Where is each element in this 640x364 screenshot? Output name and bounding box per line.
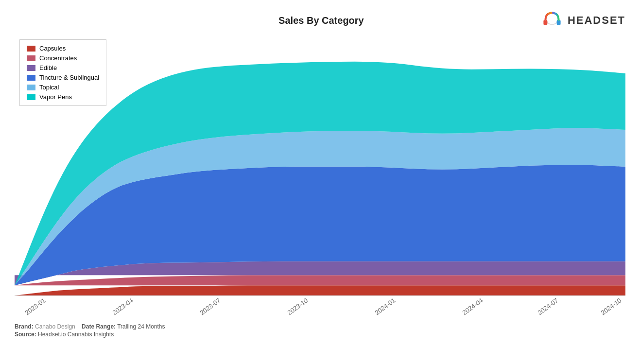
source-value: Headset.io Cannabis Insights [38, 331, 114, 338]
svg-rect-2 [556, 20, 560, 25]
header: Sales By Category [0, 0, 640, 35]
svg-text:2024-04: 2024-04 [461, 296, 484, 317]
page-container: Sales By Category [0, 0, 640, 364]
legend: CapsulesConcentratesEdibleTincture & Sub… [19, 39, 106, 106]
footer-brand: Brand: Canabo Design Date Range: Trailin… [15, 323, 625, 330]
legend-color-swatch [27, 65, 35, 71]
chart-title: Sales By Category [102, 15, 540, 26]
footer-source: Source: Headset.io Cannabis Insights [15, 331, 625, 338]
svg-text:2024-07: 2024-07 [536, 296, 559, 316]
logo-area: HEADSET [540, 9, 625, 32]
legend-color-swatch [27, 46, 35, 52]
legend-item-label: Capsules [39, 45, 66, 52]
legend-item: Vapor Pens [27, 93, 99, 101]
chart-wrapper: CapsulesConcentratesEdibleTincture & Sub… [15, 35, 625, 321]
svg-text:2023-07: 2023-07 [199, 296, 222, 316]
svg-rect-1 [543, 20, 547, 25]
brand-value: Canabo Design [35, 323, 75, 330]
legend-item: Concentrates [27, 54, 99, 62]
source-label: Source: [15, 331, 36, 338]
date-value: Trailing 24 Months [117, 323, 165, 330]
legend-color-swatch [27, 55, 35, 61]
headset-logo-icon [540, 9, 564, 32]
svg-text:2024-10: 2024-10 [600, 296, 623, 316]
legend-item-label: Edible [39, 64, 57, 71]
legend-color-swatch [27, 85, 35, 90]
legend-item: Tincture & Sublingual [27, 74, 99, 81]
legend-item: Edible [27, 64, 99, 71]
legend-item: Topical [27, 84, 99, 91]
brand-label: Brand: [15, 323, 34, 330]
footer: Brand: Canabo Design Date Range: Trailin… [0, 321, 640, 338]
logo-text: HEADSET [568, 14, 625, 27]
legend-item-label: Topical [39, 84, 59, 91]
date-label: Date Range: [82, 323, 116, 330]
svg-text:2023-01: 2023-01 [24, 296, 47, 316]
svg-text:2023-04: 2023-04 [111, 296, 135, 317]
svg-text:2023-10: 2023-10 [286, 296, 309, 316]
legend-color-swatch [27, 94, 35, 100]
legend-color-swatch [27, 75, 35, 81]
legend-item-label: Concentrates [39, 54, 77, 62]
legend-item: Capsules [27, 45, 99, 52]
svg-text:2024-01: 2024-01 [374, 296, 397, 316]
legend-item-label: Tincture & Sublingual [39, 74, 99, 81]
legend-item-label: Vapor Pens [39, 93, 72, 101]
